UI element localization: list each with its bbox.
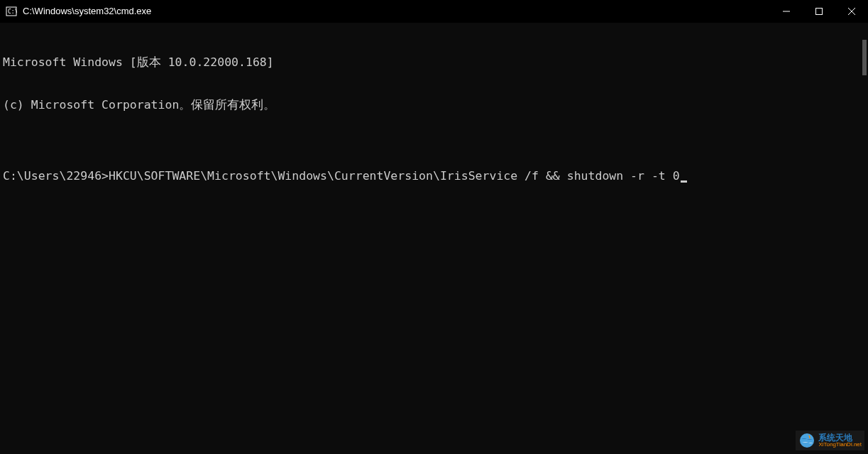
watermark-text: 系统天地 XiTongTianDi.net: [818, 433, 862, 448]
svg-rect-3: [816, 9, 823, 15]
terminal-line-2: (c) Microsoft Corporation。保留所有权利。: [3, 98, 868, 112]
terminal-prompt: C:\Users\22946>: [3, 169, 109, 183]
scrollbar[interactable]: [858, 23, 868, 454]
globe-icon: [798, 432, 815, 449]
terminal-body[interactable]: Microsoft Windows [版本 10.0.22000.168] (c…: [0, 23, 868, 454]
window-title: C:\Windows\system32\cmd.exe: [23, 6, 151, 16]
terminal-line-1: Microsoft Windows [版本 10.0.22000.168]: [3, 55, 868, 70]
window-controls: [770, 0, 868, 22]
minimize-button[interactable]: [770, 0, 803, 23]
svg-point-6: [800, 433, 814, 448]
terminal-command-line: C:\Users\22946>HKCU\SOFTWARE\Microsoft\W…: [3, 169, 868, 183]
terminal-command: HKCU\SOFTWARE\Microsoft\Windows\CurrentV…: [109, 169, 680, 183]
maximize-button[interactable]: [803, 0, 835, 23]
cmd-icon: C:\: [6, 6, 17, 17]
svg-text:C:\: C:\: [8, 9, 17, 15]
watermark-sub: XiTongTianDi.net: [818, 442, 862, 448]
cursor: [681, 180, 687, 183]
title-bar: C:\ C:\Windows\system32\cmd.exe: [0, 0, 868, 23]
watermark: 系统天地 XiTongTianDi.net: [796, 431, 864, 450]
close-button[interactable]: [835, 0, 868, 23]
scroll-thumb[interactable]: [862, 40, 867, 75]
title-left: C:\ C:\Windows\system32\cmd.exe: [0, 6, 151, 17]
